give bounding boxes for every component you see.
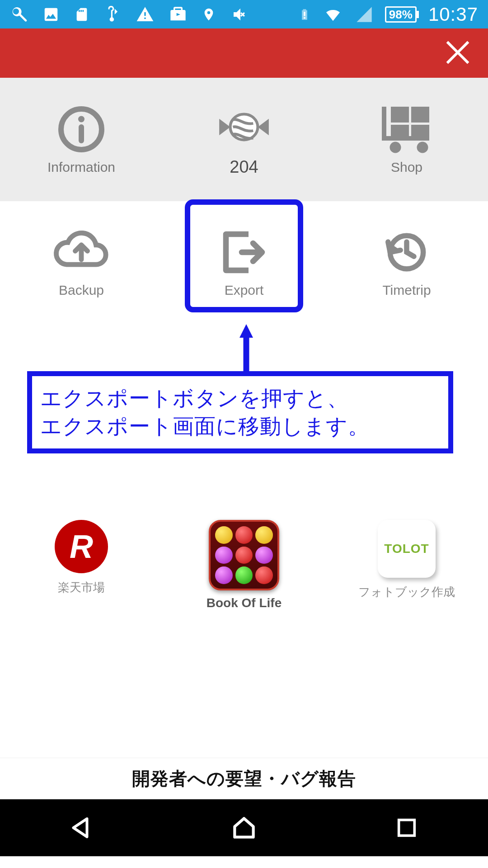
app-bar xyxy=(0,28,488,78)
play-store-icon xyxy=(169,5,187,24)
close-icon xyxy=(442,37,474,68)
square-icon xyxy=(395,816,418,840)
feedback-bar[interactable]: 開発者への要望・バグ報告 xyxy=(0,758,488,799)
backup-button[interactable]: Backup xyxy=(0,201,163,324)
book-of-life-label: Book Of Life xyxy=(206,596,282,610)
svg-point-10 xyxy=(417,142,428,153)
rakuten-promo[interactable]: R 楽天市場 xyxy=(0,515,163,653)
close-button[interactable] xyxy=(442,37,474,70)
rakuten-icon: R xyxy=(55,520,108,573)
rakuten-label: 楽天市場 xyxy=(58,580,105,595)
export-icon xyxy=(217,227,271,277)
annotation-line2: エクスポート画面に移動します。 xyxy=(40,412,440,440)
location-icon xyxy=(202,5,216,24)
low-battery-warning-icon xyxy=(298,5,311,24)
backup-label: Backup xyxy=(59,283,104,298)
cloud-upload-icon xyxy=(52,227,111,277)
warning-icon xyxy=(136,5,155,24)
tolot-icon: TOLOT xyxy=(378,520,436,578)
timetrip-button[interactable]: Timetrip xyxy=(325,201,488,324)
svg-rect-6 xyxy=(411,107,429,123)
nav-home-button[interactable] xyxy=(226,810,262,846)
book-of-life-icon xyxy=(209,520,279,590)
annotation-arrow-icon xyxy=(239,324,253,375)
battery-text-icon: 98% xyxy=(385,6,417,23)
android-nav-bar xyxy=(0,799,488,856)
svg-rect-0 xyxy=(304,12,305,16)
status-left-icons xyxy=(10,5,250,24)
home-outline-icon xyxy=(230,814,258,842)
sd-card-icon xyxy=(74,5,89,24)
annotation-box: エクスポートボタンを押すと、 エクスポート画面に移動します。 xyxy=(27,371,453,453)
info-icon xyxy=(54,104,108,154)
nav-back-button[interactable] xyxy=(63,810,99,846)
utility-menu-row: Backup Export Timetrip xyxy=(0,201,488,324)
volume-mute-icon xyxy=(230,5,250,24)
image-icon xyxy=(42,6,60,23)
export-button[interactable]: Export xyxy=(163,201,325,324)
back-triangle-icon xyxy=(68,814,95,841)
wrench-icon xyxy=(10,5,28,24)
usb-icon xyxy=(104,5,121,24)
history-clock-icon xyxy=(380,227,434,277)
status-right-icons: 98% 10:37 xyxy=(298,4,478,25)
android-status-bar: 98% 10:37 xyxy=(0,0,488,28)
feedback-text: 開発者への要望・バグ報告 xyxy=(132,766,356,791)
tolot-promo[interactable]: TOLOT フォトブック作成 xyxy=(325,515,488,653)
svg-rect-11 xyxy=(399,820,415,836)
nav-recent-button[interactable] xyxy=(389,810,425,846)
export-label: Export xyxy=(225,283,264,298)
svg-rect-1 xyxy=(304,17,305,19)
candy-count-button[interactable]: 204 xyxy=(163,78,325,201)
shop-button[interactable]: Shop xyxy=(325,78,488,201)
information-button[interactable]: Information xyxy=(0,78,163,201)
timetrip-label: Timetrip xyxy=(382,283,431,298)
wifi-icon xyxy=(323,6,343,23)
annotation-area: エクスポートボタンを押すと、 エクスポート画面に移動します。 xyxy=(0,324,488,470)
svg-rect-5 xyxy=(391,107,409,123)
candy-icon xyxy=(215,102,273,152)
spacer xyxy=(0,653,488,758)
book-of-life-promo[interactable]: Book Of Life xyxy=(163,515,325,653)
information-label: Information xyxy=(47,160,115,175)
svg-point-9 xyxy=(390,142,401,153)
svg-point-3 xyxy=(78,116,84,122)
cell-signal-icon xyxy=(355,5,373,24)
tolot-label: フォトブック作成 xyxy=(358,584,455,600)
candy-count: 204 xyxy=(230,157,258,177)
annotation-line1: エクスポートボタンを押すと、 xyxy=(40,384,440,412)
status-time: 10:37 xyxy=(428,4,478,25)
shop-cart-icon xyxy=(380,104,434,154)
shop-label: Shop xyxy=(391,160,422,175)
top-menu-row: Information 204 Shop xyxy=(0,78,488,201)
bottom-clip xyxy=(0,856,488,862)
promo-row: R 楽天市場 Book Of Life TOLOT フォトブック作成 xyxy=(0,515,488,653)
